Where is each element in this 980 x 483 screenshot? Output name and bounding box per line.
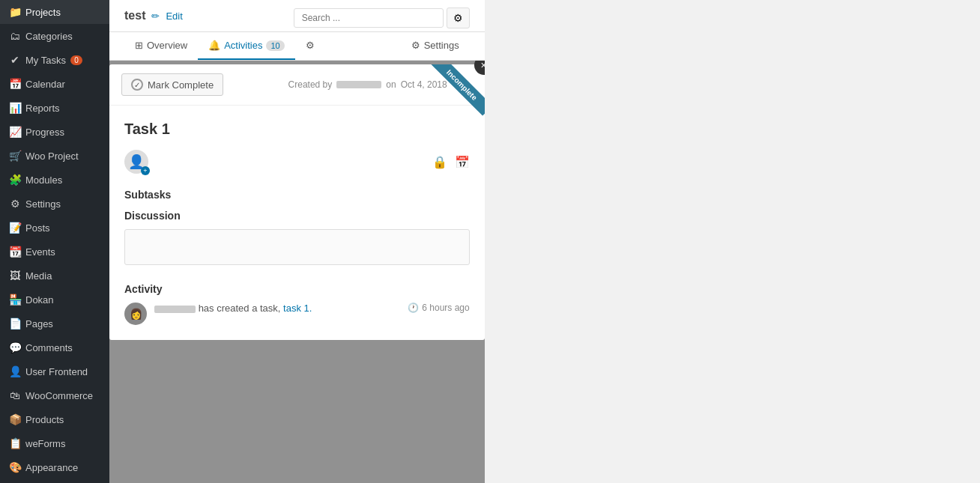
- nav-tabs: ⊞ Overview 🔔 Activities 10 ⚙ ⚙ Settings: [109, 32, 485, 61]
- sidebar-dokan[interactable]: 🏪 Dokan: [0, 288, 109, 312]
- search-gear-button[interactable]: ⚙: [447, 7, 470, 28]
- activity-item: 👩 has created a task, task 1. 🕐 6 hours …: [124, 303, 470, 325]
- task-modal: × Incomplete ✓ Mark Complete Created by …: [109, 64, 485, 340]
- products-icon: 📦: [9, 413, 21, 425]
- sidebar-user-frontend[interactable]: 👤 User Frontend: [0, 359, 109, 383]
- discussion-textarea[interactable]: [124, 229, 470, 265]
- user-frontend-icon: 👤: [9, 365, 21, 377]
- sidebar-reports[interactable]: 📊 Reports: [0, 96, 109, 120]
- modal-task-title: Task 1: [124, 121, 470, 138]
- projects-icon: 📁: [9, 6, 21, 18]
- calendar-icon: 📅: [9, 78, 21, 90]
- events-icon: 📆: [9, 246, 21, 258]
- settings-tab-icon: ⚙: [411, 40, 420, 51]
- sidebar-projects[interactable]: 📁 Projects: [0, 0, 109, 24]
- activities-icon: 🔔: [208, 40, 220, 51]
- sidebar-pages[interactable]: 📄 Pages: [0, 312, 109, 335]
- tab-settings[interactable]: ⚙ Settings: [401, 32, 470, 60]
- comments-icon: 💬: [9, 341, 21, 353]
- dokan-icon: 🏪: [9, 294, 21, 306]
- modal-action-icons: 🔒 📅: [432, 155, 470, 169]
- my-tasks-badge: 0: [70, 55, 82, 65]
- activity-task-link[interactable]: task 1.: [283, 303, 312, 314]
- search-bar: ⚙: [294, 7, 470, 28]
- modal-more-button[interactable]: ⋮: [452, 76, 473, 94]
- overview-icon: ⊞: [135, 40, 143, 51]
- sidebar-modules[interactable]: 🧩 Modules: [0, 168, 109, 192]
- sidebar-events[interactable]: 📆 Events: [0, 240, 109, 264]
- search-input[interactable]: [294, 8, 444, 28]
- sidebar-plugins[interactable]: 🔌 Plugins: [0, 479, 109, 483]
- settings-icon: ⚙: [9, 198, 21, 210]
- sidebar-products[interactable]: 📦 Products: [0, 407, 109, 431]
- modal-user-row: 👤 + 🔒 📅: [124, 150, 470, 174]
- activity-avatar: 👩: [124, 303, 147, 325]
- calendar-icon[interactable]: 📅: [455, 155, 470, 169]
- activities-count: 10: [266, 40, 284, 51]
- sidebar-progress[interactable]: 📈 Progress: [0, 120, 109, 144]
- discussion-title: Discussion: [124, 210, 470, 222]
- tab-activities[interactable]: 🔔 Activities 10: [198, 32, 295, 60]
- clock-icon: 🕐: [408, 303, 419, 313]
- activity-section: Activity 👩 has created a task, task 1. 🕐…: [124, 283, 470, 325]
- mark-complete-button[interactable]: ✓ Mark Complete: [121, 73, 223, 96]
- weforms-icon: 📋: [9, 437, 21, 449]
- sidebar-posts[interactable]: 📝 Posts: [0, 216, 109, 240]
- posts-icon: 📝: [9, 222, 21, 234]
- activity-title: Activity: [124, 283, 470, 295]
- sidebar-comments[interactable]: 💬 Comments: [0, 335, 109, 359]
- sidebar-woo-project[interactable]: 🛒 Woo Project: [0, 144, 109, 168]
- add-assignee-icon: +: [141, 166, 150, 175]
- woocommerce-icon: 🛍: [9, 389, 21, 401]
- sidebar-my-tasks[interactable]: ✔ My Tasks 0: [0, 48, 109, 72]
- main-content: test ✏ Edit ⚙ ⊞ Overview 🔔 Activities 10…: [109, 0, 485, 483]
- tab-more[interactable]: ⚙: [295, 32, 325, 60]
- tasks-icon: ✔: [9, 54, 21, 66]
- pages-icon: 📄: [9, 318, 21, 329]
- sidebar: 📁 Projects 🗂 Categories ✔ My Tasks 0 📅 C…: [0, 0, 109, 483]
- sidebar-settings[interactable]: ⚙ Settings: [0, 192, 109, 216]
- modules-icon: 🧩: [9, 174, 21, 186]
- activity-time: 🕐 6 hours ago: [408, 303, 469, 313]
- sidebar-calendar[interactable]: 📅 Calendar: [0, 72, 109, 96]
- edit-link[interactable]: Edit: [166, 10, 182, 22]
- modal-toolbar: ✓ Mark Complete Created by on Oct 4, 201…: [109, 64, 485, 106]
- appearance-icon: 🎨: [9, 461, 21, 473]
- subtasks-title: Subtasks: [124, 189, 470, 201]
- lock-icon[interactable]: 🔒: [432, 155, 447, 169]
- creator-blurred: [336, 81, 381, 88]
- sidebar-media[interactable]: 🖼 Media: [0, 264, 109, 288]
- more-icon: ⚙: [306, 40, 315, 51]
- task-assignee-avatar[interactable]: 👤 +: [124, 150, 148, 174]
- tab-overview[interactable]: ⊞ Overview: [124, 32, 198, 60]
- categories-icon: 🗂: [9, 30, 21, 42]
- woo-project-icon: 🛒: [9, 150, 21, 162]
- project-title: test: [124, 9, 145, 22]
- activity-text: has created a task, task 1.: [154, 303, 400, 314]
- modal-body: Task 1 👤 + 🔒 📅 Subtasks Discussion: [109, 106, 485, 340]
- reports-icon: 📊: [9, 102, 21, 114]
- activity-user-blurred: [154, 306, 196, 313]
- project-header: test ✏ Edit ⚙: [109, 0, 485, 32]
- sidebar-appearance[interactable]: 🎨 Appearance: [0, 455, 109, 479]
- modal-meta: Created by on Oct 4, 2018 ⋮: [288, 76, 473, 94]
- sidebar-woocommerce[interactable]: 🛍 WooCommerce: [0, 383, 109, 407]
- progress-icon: 📈: [9, 126, 21, 138]
- media-icon: 🖼: [9, 270, 21, 282]
- content-wrapper: ⊙ Back to Task Lists ☰ ⊞ 📊 task list tas…: [109, 61, 485, 483]
- modal-overlay[interactable]: × Incomplete ✓ Mark Complete Created by …: [109, 61, 485, 483]
- sidebar-categories[interactable]: 🗂 Categories: [0, 24, 109, 48]
- pencil-icon: ✏: [151, 10, 160, 22]
- check-circle-icon: ✓: [131, 79, 143, 91]
- sidebar-weforms[interactable]: 📋 weForms: [0, 431, 109, 455]
